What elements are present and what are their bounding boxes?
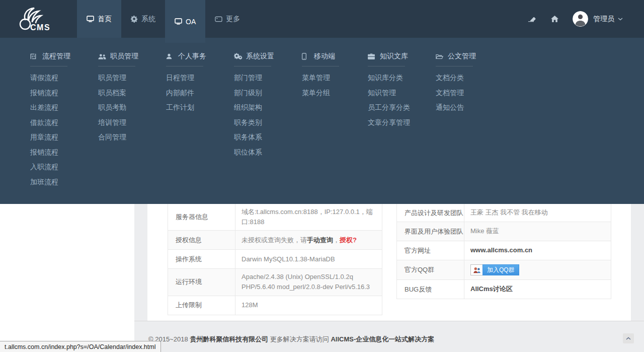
value-part: 128M [242,300,258,310]
menu-item[interactable]: 知识管理 [368,86,431,101]
menu-item[interactable]: 工作计划 [166,100,229,115]
footer: © 2015~2018 贵州黔科聚信科技有限公司 更多解决方案请访问 AllCM… [134,321,644,352]
row-label: 官方网址 [397,241,464,260]
divider [98,66,135,66]
menu-item[interactable]: 报销流程 [30,86,93,101]
logo[interactable]: CMS [13,5,68,34]
row-label: 界面及用户体验团队 [397,222,464,241]
menu-item[interactable]: 加班流程 [30,175,93,190]
mobile-icon [302,53,312,60]
menu-item[interactable]: 文档分类 [436,71,499,86]
copyright-part[interactable]: 贵州黔科聚信科技有限公司 [190,335,268,343]
row-value: 加入QQ群 [464,260,611,279]
menu-item[interactable]: 职员档案 [98,86,161,101]
menu-item[interactable]: 部门管理 [234,71,297,86]
nav-tab-system[interactable]: 系统 [121,0,165,38]
menu-column-process: 流程管理请假流程报销流程出差流程借款流程用章流程报销流程入职流程加班流程 [30,52,93,189]
menu-item[interactable]: 请假流程 [30,71,93,86]
menu-column-staff: 职员管理职员管理职员档案职员考勤培训管理合同管理 [98,52,161,145]
server-table-row: 授权信息未授权或查询失败，请手动查询，授权? [168,231,382,250]
menu-column-title: 个人事务 [166,52,229,61]
user-menu[interactable]: 管理员 [573,11,623,27]
row-label: 官方QQ群 [397,260,464,279]
menu-column-title: 知识文库 [368,52,431,61]
copyright-part: 更多解决方案请访问 [268,335,331,343]
menu-item[interactable]: 内部邮件 [166,86,229,101]
nav-tab-home[interactable]: 首页 [77,0,121,38]
menu-item[interactable]: 知识库分类 [368,71,431,86]
eraser-icon[interactable] [528,16,536,22]
desktop-icon [87,16,94,22]
menu-item[interactable]: 出差流程 [30,100,93,115]
row-value: Darwin MySQL10.1.38-MariaDB [235,250,382,268]
about-table-row: 界面及用户体验团队Mike 薇蓝 [397,222,611,241]
flow-icon [30,53,40,59]
menu-item[interactable]: 组织架构 [234,100,297,115]
gear-icon [131,16,138,23]
value-part[interactable]: 手动查询 [307,235,333,245]
value-part: Apache/2.4.38 (Unix) OpenSSL/1.0.2q PHP/… [242,272,376,292]
menu-item[interactable]: 培训管理 [98,115,161,130]
menu-item[interactable]: 入职流程 [30,160,93,175]
row-label: 授权信息 [168,231,235,249]
row-label: 产品设计及研发团队 [397,204,464,222]
nav-tab-label: 首页 [98,15,112,24]
about-table-row: 官方QQ群加入QQ群 [397,260,611,280]
value-part: 王豪 王杰 我不管 我在移动 [470,207,548,218]
menu-item[interactable]: 菜单管理 [302,71,365,86]
row-value: Apache/2.4.38 (Unix) OpenSSL/1.0.2q PHP/… [235,269,382,295]
link-preview-statusbar: t.allcms.com.cn/index.php?s=/OA/Calendar… [0,341,161,352]
menu-item[interactable]: 职员管理 [98,71,161,86]
value-part: ， [333,235,340,245]
divider [166,66,203,66]
about-table-row: 产品设计及研发团队王豪 王杰 我不管 我在移动 [397,204,611,222]
server-table-row: 操作系统Darwin MySQL10.1.38-MariaDB [168,250,382,269]
about-info-table: 产品设计及研发团队王豪 王杰 我不管 我在移动界面及用户体验团队Mike 薇蓝官… [396,203,611,299]
menu-item[interactable]: 借款流程 [30,115,93,130]
divider [30,66,67,66]
menu-item[interactable]: 文章分享管理 [368,115,431,130]
value-part: 未授权或查询失败，请 [242,235,307,245]
menu-item[interactable]: 文档管理 [436,86,499,101]
menu-column-title: 公文管理 [436,52,499,61]
home-icon[interactable] [551,16,558,22]
menu-column-title: 流程管理 [30,52,93,61]
menu-item[interactable]: 合同管理 [98,130,161,145]
value-part: Darwin MySQL10.1.38-MariaDB [242,254,335,264]
value-part[interactable]: AllCms讨论区 [470,284,513,294]
menu-item[interactable]: 职务体系 [234,130,297,145]
nav-tab-more[interactable]: 更多 [205,0,250,38]
row-value: 域名:t.allcms.com.cn:8188，IP:127.0.0.1，端口:… [235,204,382,230]
copyright-part[interactable]: AllCMS-企业信息化一站式解决方案 [331,335,434,343]
nav-right: 管理员 [513,0,623,38]
nav-tab-oa[interactable]: OA [165,0,205,43]
menu-item[interactable]: 职位体系 [234,145,297,160]
row-value: 128M [235,296,382,315]
value-part: Mike 薇蓝 [470,226,499,236]
folder-icon [436,54,446,59]
nav-tabs: 首页系统OA更多 [77,0,250,38]
menu-item[interactable]: 职员考勤 [98,100,161,115]
row-label: BUG反馈 [397,280,464,299]
menu-item[interactable]: 日程管理 [166,71,229,86]
value-part[interactable]: 授权? [340,235,357,245]
oa-mega-menu: 流程管理请假流程报销流程出差流程借款流程用章流程报销流程入职流程加班流程职员管理… [0,38,644,204]
menu-item[interactable]: 部门级别 [234,86,297,101]
menu-item[interactable]: 职务类别 [234,115,297,130]
row-label: 操作系统 [168,250,235,268]
divider [302,66,339,66]
menu-item[interactable]: 菜单分组 [302,86,365,101]
menu-item[interactable]: 用章流程 [30,130,93,145]
row-label: 上传限制 [168,296,235,315]
join-qq-group-button[interactable]: 加入QQ群 [470,264,519,275]
menu-column-title: 移动端 [302,52,365,61]
desktop-icon [175,18,182,25]
value-part[interactable]: www.allcms.com.cn [470,245,532,255]
back-to-top-button[interactable] [623,333,634,343]
menu-item[interactable]: 员工分享分类 [368,100,431,115]
menu-item[interactable]: 通知公告 [436,100,499,115]
menu-item[interactable]: 报销流程 [30,145,93,160]
row-value: 王豪 王杰 我不管 我在移动 [464,204,611,222]
top-navbar: CMS 首页系统OA更多 管理员 [0,0,644,38]
row-value: Mike 薇蓝 [464,222,611,241]
